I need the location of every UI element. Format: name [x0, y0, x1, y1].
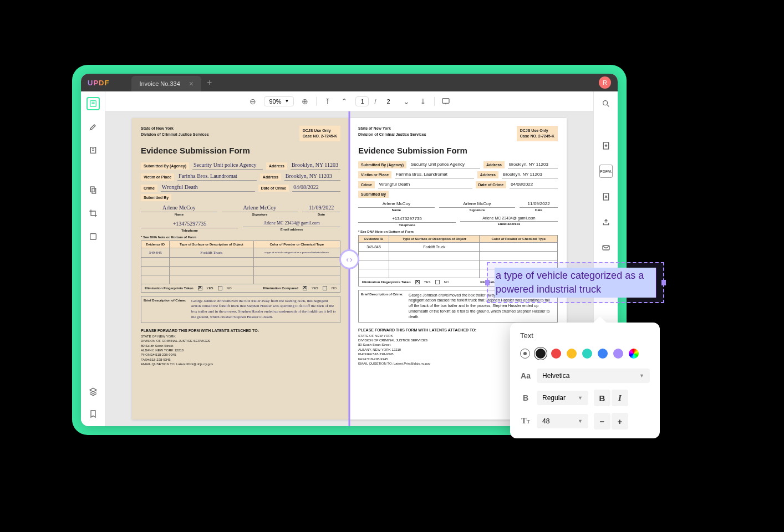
svg-rect-5	[442, 98, 449, 103]
bookmark-icon[interactable]	[86, 407, 100, 421]
color-swatch-teal[interactable]	[582, 349, 592, 359]
color-swatch-purple[interactable]	[613, 349, 623, 359]
svg-rect-4	[90, 234, 96, 240]
page-total: 2	[382, 97, 395, 106]
export-icon[interactable]	[599, 139, 613, 152]
color-swatch-yellow[interactable]	[567, 349, 577, 359]
selection-handle-right[interactable]	[661, 280, 666, 285]
font-family-dropdown[interactable]: Helvetica▼	[537, 369, 650, 383]
add-tab-button[interactable]: +	[207, 78, 212, 88]
font-weight-dropdown[interactable]: Regular▼	[537, 391, 588, 405]
last-page-button[interactable]: ⤓	[418, 96, 429, 107]
layers-icon[interactable]	[86, 385, 100, 398]
compress-icon[interactable]	[599, 190, 613, 203]
text-edit-selection[interactable]: a type of vehicle categorized as a power…	[487, 262, 664, 303]
zoom-in-button[interactable]: ⊕	[299, 96, 310, 107]
svg-point-6	[603, 101, 607, 105]
color-swatch-red[interactable]	[551, 349, 561, 359]
color-swatch-blue[interactable]	[598, 349, 608, 359]
app-logo: UPDF	[88, 79, 109, 87]
organize-tool-icon[interactable]	[86, 183, 100, 197]
document-tab[interactable]: Invoice No.334 ×	[131, 76, 201, 91]
form-title: Evidence Submission Form	[141, 146, 340, 155]
next-page-button[interactable]: ⌄	[401, 96, 412, 107]
selection-handle-left[interactable]	[485, 280, 490, 285]
font-weight-icon: B	[520, 393, 531, 402]
edit-tool-icon[interactable]	[86, 144, 100, 157]
color-wheel-icon[interactable]	[629, 349, 639, 359]
tab-title: Invoice No.334	[139, 80, 180, 87]
user-avatar[interactable]: R	[599, 76, 611, 89]
crop-tool-icon[interactable]	[86, 207, 100, 220]
watermark-tool-icon[interactable]	[86, 230, 100, 243]
font-size-icon: TT	[520, 417, 531, 426]
edited-text[interactable]: a type of vehicle categorized as a power…	[495, 268, 656, 298]
bold-button[interactable]: B	[594, 390, 610, 406]
decrease-size-button[interactable]: −	[594, 413, 610, 429]
font-family-icon: Aa	[520, 371, 531, 380]
pdfa-icon[interactable]: PDF/A	[599, 165, 613, 178]
panel-title: Text	[520, 331, 650, 340]
eyedropper-icon[interactable]	[520, 349, 530, 359]
compare-splitter-handle[interactable]: ‹›	[339, 249, 359, 269]
font-size-dropdown[interactable]: 48▼	[537, 414, 588, 428]
search-icon[interactable]	[599, 97, 613, 110]
page-current-input[interactable]: 1	[355, 96, 369, 106]
share-icon[interactable]	[599, 216, 613, 229]
left-toolbar	[81, 91, 105, 426]
increase-size-button[interactable]: +	[612, 413, 628, 429]
italic-button[interactable]: I	[612, 390, 628, 406]
mail-icon[interactable]	[599, 241, 613, 254]
tab-close-icon[interactable]: ×	[189, 79, 194, 88]
present-button[interactable]	[440, 96, 451, 107]
zoom-select[interactable]: 90%▼	[264, 96, 294, 106]
highlighter-tool-icon[interactable]	[86, 120, 100, 134]
page-scanned: State of New YorkDivision of Criminal Ju…	[132, 118, 349, 420]
first-page-button[interactable]: ⤒	[322, 96, 333, 107]
titlebar: UPDF Invoice No.334 × + R	[81, 74, 618, 91]
color-row	[520, 349, 650, 359]
color-swatch-black[interactable]	[536, 349, 546, 359]
prev-page-button[interactable]: ⌃	[339, 96, 350, 107]
page-toolbar: ⊖ 90%▼ ⊕ ⤒ ⌃ 1 / 2 ⌄ ⤓	[105, 91, 593, 111]
zoom-out-button[interactable]: ⊖	[247, 96, 258, 107]
reader-tool-icon[interactable]	[86, 97, 100, 110]
text-properties-panel: Text Aa Helvetica▼ B Regular▼ B I TT 48▼…	[510, 323, 660, 438]
